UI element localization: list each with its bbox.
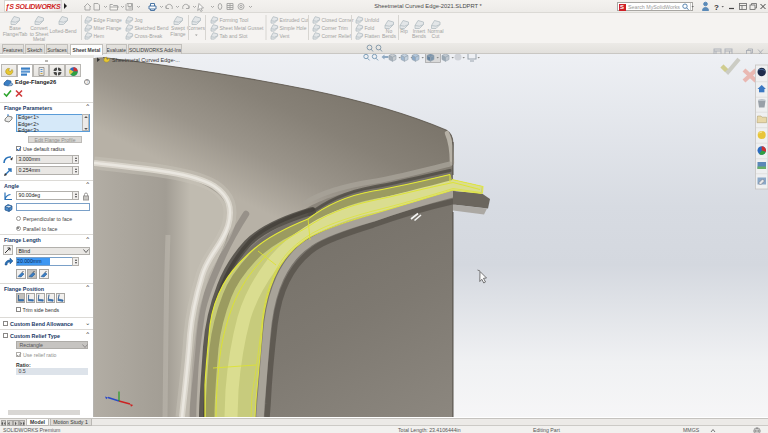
svg-text:Sketched Bend: Sketched Bend xyxy=(135,25,169,31)
svg-text:Cross-Break: Cross-Break xyxy=(135,33,163,39)
svg-text:Cut: Cut xyxy=(432,33,440,39)
svg-text:Tab and Slot: Tab and Slot xyxy=(220,33,248,39)
svg-text:Forming Tool: Forming Tool xyxy=(220,17,249,23)
svg-text:Fold: Fold xyxy=(365,25,375,31)
svg-text:Vent: Vent xyxy=(280,33,291,39)
svg-text:Corner Trim: Corner Trim xyxy=(322,25,348,31)
svg-text:Sheetmetal Curved Edge-...: Sheetmetal Curved Edge-... xyxy=(112,57,180,63)
svg-text:Hem: Hem xyxy=(94,33,105,39)
svg-text:Jog: Jog xyxy=(135,17,143,23)
svg-text:Corners: Corners xyxy=(187,25,205,31)
svg-text:Flange: Flange xyxy=(170,31,186,37)
svg-text:Flange/Tab: Flange/Tab xyxy=(3,31,28,37)
svg-text:Lofted-Bend: Lofted-Bend xyxy=(49,28,76,34)
svg-text:Bends: Bends xyxy=(382,33,397,39)
svg-text:Sheet Metal Gusset: Sheet Metal Gusset xyxy=(220,25,265,31)
svg-text:Extruded Cut: Extruded Cut xyxy=(280,17,310,23)
svg-text:Edge Flange: Edge Flange xyxy=(94,17,123,23)
svg-text:Flatten: Flatten xyxy=(365,33,381,39)
svg-text:Miter Flange: Miter Flange xyxy=(94,25,122,31)
svg-text:Closed Corner: Closed Corner xyxy=(322,17,355,23)
svg-text:Simple Hole: Simple Hole xyxy=(280,25,307,31)
svg-text:Unfold: Unfold xyxy=(365,17,380,23)
svg-text:Bends: Bends xyxy=(412,33,427,39)
svg-text:?: ? xyxy=(714,3,719,12)
svg-text:Corner Relief: Corner Relief xyxy=(322,33,352,39)
svg-text:Metal: Metal xyxy=(33,36,45,42)
svg-text:Rip: Rip xyxy=(400,28,408,34)
